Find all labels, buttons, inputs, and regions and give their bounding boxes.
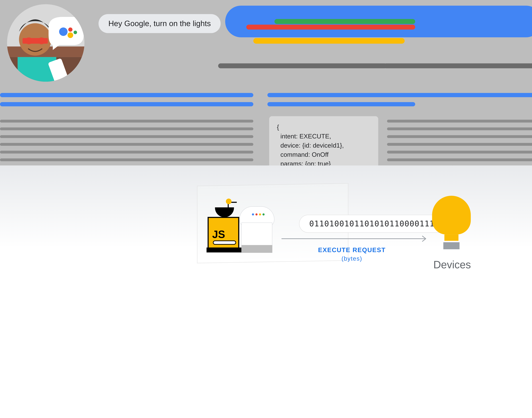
stripe-grey [384, 63, 532, 68]
arrow-right-icon [282, 235, 429, 242]
js-label: JS [212, 229, 225, 240]
connector-bar [256, 76, 267, 178]
stripe-grey-thin [0, 143, 253, 146]
stripe-grey-thin [387, 120, 532, 122]
stripe-grey-thin [387, 128, 532, 130]
stripe-grey-thin [387, 151, 532, 153]
stripe-grey-thin [387, 158, 532, 161]
payload-line: intent: EXECUTE, [277, 133, 331, 140]
svg-point-11 [74, 31, 77, 34]
stripe-grey-thin [387, 135, 532, 138]
stripe-grey-thin [0, 151, 253, 153]
svg-point-4 [25, 37, 32, 44]
lightbulb-device-icon [432, 196, 471, 249]
svg-point-10 [68, 32, 73, 38]
stripe-blue [267, 93, 532, 97]
stripe-yellow [253, 38, 405, 44]
stripe-blue [0, 102, 253, 106]
payload-line: command: OnOff [277, 151, 328, 158]
caption-sub: (bytes) [306, 255, 398, 262]
stripe-grey-thin [387, 143, 532, 146]
stripe-grey-thin [0, 128, 253, 130]
svg-point-9 [68, 27, 73, 32]
stripe-green [274, 19, 415, 24]
stripe-red [246, 24, 415, 30]
svg-point-8 [59, 27, 68, 36]
voice-command-bubble: Hey Google, turn on the lights [99, 14, 221, 33]
stripe-grey-thin [0, 158, 253, 161]
local-sdk-js-icon: JS [208, 217, 239, 249]
payload-line: device: {id: deviceId1}, [277, 142, 344, 149]
stripe-blue [267, 102, 415, 106]
svg-point-5 [38, 37, 45, 44]
stripe-grey-thin [0, 120, 253, 122]
stripe-blue [0, 93, 253, 97]
devices-label: Devices [422, 259, 482, 271]
caption-main: EXECUTE REQUEST [318, 246, 385, 254]
stripe-grey [218, 63, 387, 68]
google-home-speaker-icon [239, 206, 274, 252]
execute-request-label: EXECUTE REQUEST (bytes) [306, 246, 398, 262]
user-avatar [7, 4, 84, 82]
payload-line: { [277, 124, 279, 131]
stripe-grey-thin [0, 135, 253, 138]
